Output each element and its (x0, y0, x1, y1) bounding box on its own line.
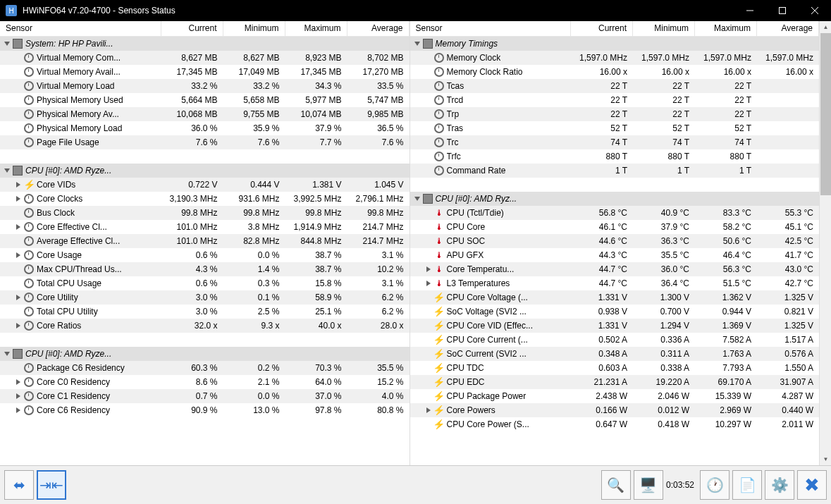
chevron-right-icon[interactable] (14, 406, 23, 414)
table-row[interactable]: Core Utility3.0 %0.1 %58.9 %6.2 % (0, 290, 410, 305)
maximize-button[interactable] (766, 0, 799, 21)
table-row[interactable]: Physical Memory Av...10,068 MB9,755 MB10… (0, 107, 410, 121)
exit-button[interactable]: ✖ (797, 470, 827, 500)
settings-button[interactable]: ⚙️ (765, 470, 794, 500)
table-row[interactable]: Trp22 T22 T22 T (410, 107, 820, 121)
table-row[interactable]: ⚡SoC Voltage (SVI2 ...0.938 V0.700 V0.94… (410, 305, 820, 319)
header-minimum[interactable]: Minimum (633, 21, 695, 36)
chevron-right-icon[interactable] (14, 293, 23, 302)
chevron-down-icon[interactable] (3, 39, 11, 48)
table-row[interactable] (410, 178, 820, 192)
table-row[interactable]: Average Effective Cl...101.0 MHz82.8 MHz… (0, 234, 410, 248)
table-row[interactable]: 🌡CPU SOC44.6 °C36.3 °C50.6 °C42.5 °C (410, 234, 820, 248)
close-button[interactable] (799, 0, 831, 21)
expand-button[interactable]: ⬌ (4, 470, 34, 500)
table-row[interactable]: Page File Usage7.6 %7.6 %7.7 %7.6 % (0, 135, 410, 149)
header-average[interactable]: Average (757, 21, 819, 36)
table-row[interactable]: Memory Clock1,597.0 MHz1,597.0 MHz1,597.… (410, 51, 820, 65)
header-current[interactable]: Current (161, 21, 223, 36)
table-row[interactable]: Memory Clock Ratio16.00 x16.00 x16.00 x1… (410, 65, 820, 79)
table-row[interactable]: CPU [#0]: AMD Ryze... (0, 347, 410, 361)
table-row[interactable]: 🌡CPU (Tctl/Tdie)56.8 °C40.9 °C83.3 °C55.… (410, 206, 820, 220)
table-row[interactable]: 🌡APU GFX44.3 °C35.5 °C46.4 °C41.7 °C (410, 248, 820, 262)
table-row[interactable]: Tcas22 T22 T22 T (410, 79, 820, 93)
table-row[interactable]: Core C1 Residency0.7 %0.0 %37.0 %4.0 % (0, 389, 410, 403)
scroll-thumb[interactable] (820, 33, 831, 195)
table-row[interactable]: Core Ratios32.0 x9.3 x40.0 x28.0 x (0, 319, 410, 333)
table-row[interactable]: Core Effective Cl...101.0 MHz3.8 MHz1,91… (0, 220, 410, 234)
table-row[interactable]: Core C6 Residency90.9 %13.0 %97.8 %80.8 … (0, 403, 410, 417)
table-row[interactable] (0, 333, 410, 347)
table-row[interactable]: Memory Timings (410, 37, 820, 51)
vertical-scrollbar[interactable]: ▲ ▼ (819, 21, 831, 465)
chevron-down-icon[interactable] (413, 39, 421, 48)
table-row[interactable]: Core Clocks3,190.3 MHz931.6 MHz3,992.5 M… (0, 192, 410, 206)
header-sensor[interactable]: Sensor (410, 21, 572, 36)
table-row[interactable]: Trfc880 T880 T880 T (410, 149, 820, 164)
table-row[interactable]: Bus Clock99.8 MHz99.8 MHz99.8 MHz99.8 MH… (0, 206, 410, 220)
table-row[interactable]: 🌡L3 Temperatures44.7 °C36.4 °C51.5 °C42.… (410, 276, 820, 290)
table-row[interactable]: Physical Memory Used5,664 MB5,658 MB5,97… (0, 93, 410, 107)
table-row[interactable]: Max CPU/Thread Us...4.3 %1.4 %38.7 %10.2… (0, 262, 410, 276)
header-maximum[interactable]: Maximum (285, 21, 347, 36)
table-row[interactable]: Command Rate1 T1 T1 T (410, 164, 820, 178)
table-row[interactable]: ⚡CPU Core Current (...0.502 A0.336 A7.58… (410, 333, 820, 347)
table-row[interactable]: 🌡CPU Core46.1 °C37.9 °C58.2 °C45.1 °C (410, 220, 820, 234)
table-row[interactable]: ⚡CPU TDC0.603 A0.338 A7.793 A1.550 A (410, 361, 820, 375)
chevron-right-icon[interactable] (14, 378, 23, 386)
table-row[interactable]: Physical Memory Load36.0 %35.9 %37.9 %36… (0, 121, 410, 135)
table-row[interactable]: 🌡Core Temperatu...44.7 °C36.0 °C56.3 °C4… (410, 262, 820, 276)
table-row[interactable]: Virtual Memory Com...8,627 MB8,627 MB8,9… (0, 51, 410, 65)
table-row[interactable]: ⚡CPU Core VID (Effec...1.331 V1.294 V1.3… (410, 319, 820, 333)
minimize-button[interactable] (734, 0, 766, 21)
table-row[interactable]: Core C0 Residency8.6 %2.1 %64.0 %15.2 % (0, 375, 410, 389)
chevron-down-icon[interactable] (413, 195, 421, 203)
header-average[interactable]: Average (347, 21, 410, 36)
table-row[interactable]: ⚡CPU Package Power2.438 W2.046 W15.339 W… (410, 389, 820, 403)
chevron-down-icon[interactable] (3, 350, 11, 358)
table-row[interactable]: System: HP HP Pavili... (0, 37, 410, 51)
table-row[interactable]: Virtual Memory Avail...17,345 MB17,049 M… (0, 65, 410, 79)
right-rows[interactable]: Memory TimingsMemory Clock1,597.0 MHz1,5… (410, 37, 820, 465)
table-row[interactable]: ⚡CPU EDC21.231 A19.220 A69.170 A31.907 A (410, 375, 820, 389)
chevron-right-icon[interactable] (14, 180, 23, 189)
table-row[interactable]: Trc74 T74 T74 T (410, 135, 820, 149)
chevron-right-icon[interactable] (14, 321, 23, 330)
table-row[interactable]: CPU [#0]: AMD Ryze... (0, 164, 410, 178)
chevron-right-icon[interactable] (14, 392, 23, 400)
log-button[interactable]: 📄 (732, 470, 762, 500)
header-minimum[interactable]: Minimum (223, 21, 285, 36)
table-row[interactable]: ⚡Core VIDs0.722 V0.444 V1.381 V1.045 V (0, 178, 410, 192)
network-button[interactable]: 🖥️ (634, 470, 663, 500)
table-row[interactable] (0, 149, 410, 164)
table-row[interactable]: CPU [#0]: AMD Ryz... (410, 192, 820, 206)
table-row[interactable]: Tras52 T52 T52 T (410, 121, 820, 135)
header-maximum[interactable]: Maximum (695, 21, 757, 36)
chevron-right-icon[interactable] (424, 406, 433, 414)
chevron-right-icon[interactable] (14, 251, 23, 259)
table-row[interactable]: Core Usage0.6 %0.0 %38.7 %3.1 % (0, 248, 410, 262)
header-current[interactable]: Current (571, 21, 633, 36)
header-sensor[interactable]: Sensor (0, 21, 161, 36)
chevron-right-icon[interactable] (424, 265, 433, 273)
table-row[interactable]: Package C6 Residency60.3 %0.2 %70.3 %35.… (0, 361, 410, 375)
table-row[interactable]: ⚡CPU Core Power (S...0.647 W0.418 W10.29… (410, 417, 820, 431)
table-row[interactable]: Total CPU Usage0.6 %0.3 %15.8 %3.1 % (0, 276, 410, 290)
find-button[interactable]: 🔍 (601, 470, 631, 500)
table-row[interactable]: Total CPU Utility3.0 %2.5 %25.1 %6.2 % (0, 305, 410, 319)
collapse-button[interactable]: ⇥⇤ (37, 470, 66, 500)
table-row[interactable]: Virtual Memory Load33.2 %33.2 %34.3 %33.… (0, 79, 410, 93)
clock-button[interactable]: 🕐 (700, 470, 730, 500)
chevron-down-icon[interactable] (3, 166, 11, 175)
chevron-right-icon[interactable] (14, 195, 23, 203)
scroll-up-button[interactable]: ▲ (820, 21, 831, 33)
table-row[interactable]: ⚡CPU Core Voltage (...1.331 V1.300 V1.36… (410, 290, 820, 305)
scroll-down-button[interactable]: ▼ (820, 453, 831, 465)
left-rows[interactable]: System: HP HP Pavili...Virtual Memory Co… (0, 37, 410, 465)
table-row[interactable]: Trcd22 T22 T22 T (410, 93, 820, 107)
chevron-right-icon[interactable] (14, 223, 23, 231)
sensor-cell: Core C1 Residency (3, 391, 161, 401)
table-row[interactable]: ⚡Core Powers0.166 W0.012 W2.969 W0.440 W (410, 403, 820, 417)
chevron-right-icon[interactable] (424, 279, 433, 288)
table-row[interactable]: ⚡SoC Current (SVI2 ...0.348 A0.311 A1.76… (410, 347, 820, 361)
